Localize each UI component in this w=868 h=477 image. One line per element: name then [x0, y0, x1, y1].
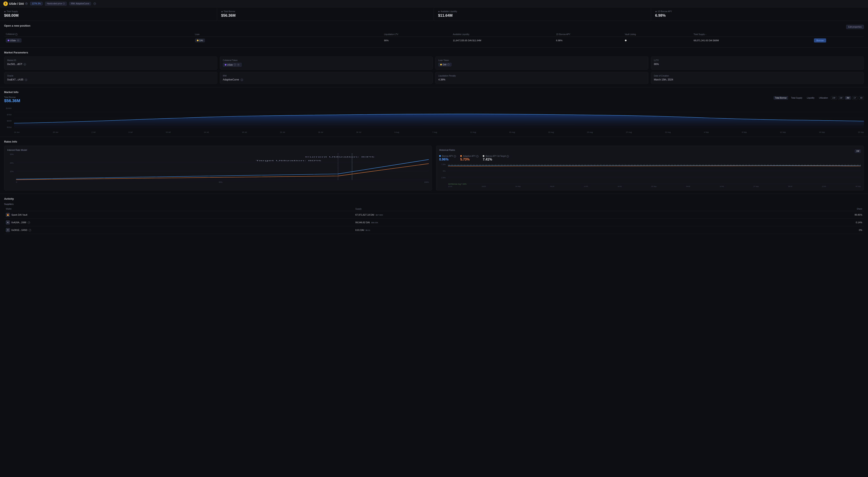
borrow-target-dot — [483, 155, 484, 157]
irm-panel: Interest Rate Model 30% 20% 10% — [4, 146, 432, 190]
tab-liquidity[interactable]: Liquidity — [805, 96, 816, 100]
activity-section: Activity Suppliers Wallet Supply Share 🔥… — [0, 194, 868, 237]
irm-chart-container: 30% 20% 10% — [7, 153, 429, 183]
irm-y-axis: 30% 20% 10% — [7, 153, 14, 183]
vault-dot — [625, 40, 626, 41]
market-info-section: Market Info Total Borrow $56.36M Total B… — [0, 87, 868, 137]
irm-svg: Current Utilization: 83% Target Utilizat… — [16, 153, 429, 180]
svg-text:Target Utilization: 80%: Target Utilization: 80% — [255, 160, 321, 162]
col-header-supply: Total Supply ↓ — [692, 32, 812, 36]
historical-rates-panel: Historical Rates 1W Borrow APY ⓘ 0.96% A… — [436, 146, 864, 190]
time-1w[interactable]: 1W — [831, 96, 837, 100]
wallet-icon-2: ● — [6, 220, 10, 224]
time-1m[interactable]: 1M — [838, 96, 844, 100]
position-action: Borrow — [812, 36, 864, 44]
param-oracle-label: Oracle — [7, 75, 214, 77]
total-borrow-label: ◈ Total Borrow — [221, 10, 430, 12]
market-chart — [14, 106, 864, 130]
supplier-supply-2: 99,546.82 DAI $99.53K — [354, 219, 730, 226]
tab-utilization[interactable]: Utilization — [817, 96, 829, 100]
tab-total-borrow[interactable]: Total Borrow — [773, 96, 788, 100]
borrow-apy-dot — [439, 155, 441, 157]
market-info-title: Market Info — [4, 91, 864, 94]
wallet-3-link-icon[interactable]: ↗ — [29, 229, 31, 231]
time-1y[interactable]: 1Y — [852, 96, 858, 100]
rates-info-section: Rates Info Interest Rate Model 30% 20% 1… — [0, 137, 868, 194]
adaptive-apy-info[interactable]: ⓘ — [476, 155, 478, 158]
collateral-token-close[interactable]: × — [237, 63, 240, 66]
hist-svg — [448, 163, 861, 184]
time-all[interactable]: All — [859, 96, 864, 100]
hist-time-1w[interactable]: 1W — [855, 149, 861, 153]
collateral-dot — [225, 64, 226, 66]
remove-collateral-icon[interactable]: × — [17, 39, 20, 42]
total-borrow-value: $56.36M — [221, 13, 430, 18]
edit-properties-button[interactable]: Edit properties — [846, 25, 864, 29]
y-label-25m: $25M — [4, 126, 11, 128]
time-3m[interactable]: 3M — [845, 96, 851, 100]
supplier-wallet-2: ● 0xA26A...2088 ↗ — [4, 219, 354, 226]
market-chart-svg — [14, 106, 864, 130]
param-market-id: Market ID 0xc581...d67f ⎘ — [4, 57, 217, 69]
param-loan-value: DAI ⓘ — [438, 63, 645, 66]
supplier-row-1: 🔥 Spark DAI Vault 67,971,827.18 DAI $67.… — [4, 211, 864, 219]
avail-liquidity-label: ◈ Available Liquidity — [438, 10, 647, 12]
oracle-copy-icon[interactable]: ⎘ — [25, 78, 27, 81]
supply-icon: ◈ — [4, 10, 6, 12]
title-info-icon[interactable]: ⓘ — [25, 2, 28, 5]
irm-chart: Current Utilization: 83% Target Utilizat… — [16, 153, 429, 183]
supplier-wallet-1: 🔥 Spark DAI Vault — [4, 211, 354, 219]
total-supply-value: $68.00M — [4, 13, 213, 18]
hist-y-axis: 7.3% 5% 2.5% — [439, 163, 446, 187]
borrow-apy-value: 6.98% — [655, 13, 864, 18]
chart-controls: Total Borrow Total Supply Liquidity Util… — [773, 96, 864, 100]
param-lltv: LLTV 86% — [651, 57, 864, 69]
usde-logo: $ — [3, 1, 8, 6]
collateral-token-info[interactable]: ⓘ — [234, 64, 236, 66]
collateral-info-icon[interactable]: ⓘ — [15, 33, 18, 36]
borrow-target-info[interactable]: ⓘ — [506, 155, 509, 158]
y-label-75m: $75M — [4, 114, 11, 116]
market-params-title: Market Parameters — [4, 51, 864, 54]
metric-borrow-target: Borrow APY 3d Target ⓘ 7.41% — [483, 155, 509, 161]
total-borrow-chart-value: $56.36M — [4, 98, 20, 103]
param-collateral-value: USde ⓘ × — [223, 63, 430, 67]
param-date-label: Date of Creation — [654, 75, 861, 77]
position-loan: DAI — [193, 36, 382, 44]
liquidity-icon: ◈ — [438, 10, 440, 12]
borrow-button[interactable]: Borrow — [814, 38, 826, 42]
wallet-2-link-icon[interactable]: ↗ — [28, 221, 30, 224]
suppliers-table: Wallet Supply Share 🔥 Spark DAI Vault 67… — [4, 207, 864, 234]
market-id-copy-icon[interactable]: ⎘ — [24, 63, 26, 66]
param-liq-penalty-value: 4.38% — [438, 78, 645, 81]
hist-panel-header: Historical Rates 1W — [439, 149, 861, 153]
supplier-share-2: 0.14% — [730, 219, 864, 226]
irm-info-icon[interactable]: ⓘ — [241, 78, 243, 81]
param-irm: IRM AdaptiveCurve ⓘ — [220, 72, 433, 84]
col-header-loan: Loan — [193, 32, 382, 36]
param-oracle: Oracle 0xaE47...cA35 ⎘ — [4, 72, 217, 84]
total-supply-label: ◈ Total Supply — [4, 10, 213, 12]
loan-dot — [440, 64, 442, 65]
suppliers-subtitle: Suppliers — [4, 203, 864, 205]
irm-x-axis: 0 80% 100% — [16, 181, 429, 183]
y-label-100m: $100M — [4, 107, 11, 109]
param-date-value: March 15th, 2024 — [654, 78, 861, 81]
loan-token-info[interactable]: ⓘ — [447, 63, 450, 66]
supplier-share-3: 0% — [730, 226, 864, 234]
param-market-id-value: 0xc581...d67f ⎘ — [7, 63, 214, 66]
borrow-apy-info[interactable]: ⓘ — [454, 155, 456, 158]
borrow-icon: ◈ — [221, 10, 223, 12]
header-info-icon[interactable]: ⓘ — [93, 2, 96, 5]
dai-dot — [197, 40, 198, 41]
param-lltv-label: LLTV — [654, 59, 861, 62]
adaptive-apy-dot — [460, 155, 462, 157]
borrow-target-metric-value: 7.41% — [483, 158, 509, 161]
position-table: Collateral ⓘ Loan Liquidation LTV Availa… — [4, 32, 864, 44]
col-header-ltv: Liquidation LTV — [382, 32, 451, 36]
col-header-vault: Vault Listing — [623, 32, 692, 36]
total-borrow-display: Total Borrow $56.36M — [4, 96, 20, 103]
ltv-badge: 127% 3% — [30, 2, 43, 5]
tab-total-supply[interactable]: Total Supply — [789, 96, 804, 100]
params-grid-row2: Oracle 0xaE47...cA35 ⎘ IRM AdaptiveCurve… — [4, 72, 864, 84]
